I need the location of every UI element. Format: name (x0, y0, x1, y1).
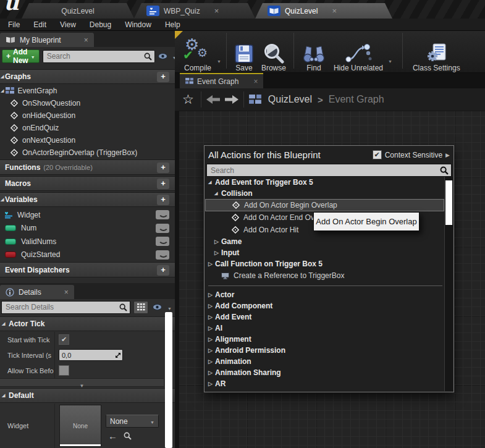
action-list-item[interactable]: Add On Actor Begin Overlap (205, 199, 444, 211)
action-list-item[interactable]: AI (205, 323, 444, 334)
forward-arrow-icon[interactable] (224, 95, 239, 104)
bookmark-star-icon[interactable]: ☆ (182, 92, 194, 107)
tree-item-event[interactable]: OnActorBeginOverlap (TriggerBox) (0, 146, 175, 159)
hide-unrelated-chevron-icon[interactable] (388, 38, 392, 66)
action-list-item[interactable]: AR Augmented Reality (205, 389, 444, 391)
graphs-section-header[interactable]: ◢ Graphs (0, 69, 175, 84)
add-macro-button[interactable] (157, 179, 169, 189)
eye-closed-icon[interactable] (156, 224, 169, 233)
add-graph-button[interactable] (157, 72, 169, 82)
tab-event-graph[interactable]: Event Graph × (180, 73, 263, 88)
action-label: Game (221, 237, 242, 246)
menu-item[interactable]: View (53, 19, 83, 30)
variables-section-header[interactable]: ◢ Variables (0, 192, 175, 207)
breadcrumb-root[interactable]: QuizLevel (268, 94, 312, 105)
action-list-item[interactable]: Animation (205, 356, 444, 367)
compile-button[interactable]: ⚙⚙✔ Compile (180, 31, 216, 74)
action-list-item[interactable]: Alignment (205, 334, 444, 345)
context-sensitive-checkbox[interactable] (373, 150, 382, 159)
variable-row[interactable]: ValidNums (0, 235, 175, 248)
close-icon[interactable]: × (64, 288, 69, 297)
action-label: Create a Reference to TriggerBox (234, 271, 344, 280)
window-tab-wbp-quiz[interactable]: WBP_Quiz × (134, 3, 255, 19)
browse-button[interactable]: Browse (258, 31, 290, 74)
tree-item-event[interactable]: onHideQuestion (0, 109, 175, 122)
actions-scrollbar[interactable] (444, 177, 453, 391)
visibility-filter-button[interactable] (158, 52, 167, 61)
action-list-item[interactable]: AR (205, 378, 444, 389)
tree-item-event[interactable]: onEndQuiz (0, 122, 175, 134)
browse-to-asset-icon[interactable] (124, 432, 132, 440)
window-tab-bar: u QuizLevel WBP_Quiz × (0, 0, 485, 19)
variable-row[interactable]: Num (0, 222, 175, 235)
close-tab-icon[interactable]: × (332, 7, 337, 15)
add-event-dispatcher-button[interactable] (157, 265, 169, 276)
action-list-item[interactable]: Animation Sharing (205, 367, 444, 378)
panel-tab-row: My Blueprint × (0, 31, 175, 47)
functions-section-header[interactable]: Functions (20 Overridable) (0, 159, 175, 175)
variable-row[interactable]: QuizStarted (0, 248, 175, 262)
menu-item[interactable]: File (1, 19, 27, 30)
eye-closed-icon[interactable] (156, 210, 169, 219)
add-new-button[interactable]: Add New (2, 49, 40, 63)
details-visibility-button[interactable] (151, 303, 162, 311)
action-list-item[interactable] (205, 282, 444, 289)
close-tab-icon[interactable]: × (214, 7, 219, 15)
add-variable-button[interactable] (157, 195, 169, 205)
action-list-item[interactable]: Add Event (205, 311, 444, 323)
eye-closed-icon[interactable] (156, 237, 169, 246)
blueprint-search-input[interactable] (46, 51, 144, 61)
window-tab-quizlevel-1[interactable]: QuizLevel (22, 3, 134, 19)
window-tab-quizlevel-2[interactable]: QuizLevel × (255, 3, 392, 19)
main-menu-bar: FileEditViewDebugWindowHelp (0, 19, 485, 31)
checkbox[interactable] (59, 365, 69, 376)
default-section-header[interactable]: ◢ Default (0, 388, 175, 403)
action-list-item[interactable]: Input (205, 247, 444, 258)
asset-thumbnail[interactable]: None (59, 405, 101, 447)
back-arrow-icon[interactable] (206, 95, 221, 104)
value-input[interactable] (59, 351, 116, 360)
add-function-button[interactable] (157, 163, 169, 173)
actions-search-input[interactable] (209, 166, 440, 175)
event-dispatchers-section-header[interactable]: Event Dispatchers (0, 262, 175, 277)
breadcrumb-current: Event Graph (329, 94, 384, 105)
menu-item[interactable]: Debug (83, 19, 118, 30)
chevron-down-icon[interactable] (167, 302, 172, 313)
details-search-input[interactable] (4, 302, 119, 312)
tab-my-blueprint[interactable]: My Blueprint × (0, 33, 94, 47)
widget-asset-dropdown[interactable]: None (106, 415, 159, 428)
action-list-item[interactable]: Game (205, 236, 444, 247)
close-icon[interactable]: × (84, 36, 88, 44)
class-settings-button[interactable]: Class Settings (409, 31, 464, 74)
variable-row[interactable]: Widget (0, 208, 175, 222)
tree-item-event[interactable]: onNextQuestion (0, 134, 175, 146)
actor-tick-section-header[interactable]: ◢ Actor Tick (0, 316, 175, 331)
tab-details[interactable]: Details × (0, 285, 74, 299)
menu-item[interactable]: Window (118, 19, 158, 30)
use-selected-arrow-icon[interactable]: ← (108, 431, 117, 441)
action-list-item[interactable]: Create a Reference to TriggerBox (205, 269, 444, 282)
menu-item[interactable]: Help (158, 19, 187, 30)
action-list-item[interactable]: Collision (205, 188, 444, 199)
hide-unrelated-button[interactable]: Hide Unrelated (330, 31, 387, 74)
details-scrollbar[interactable] (165, 312, 172, 448)
find-button[interactable]: Find (298, 31, 330, 74)
tree-item-eventgraph[interactable]: ◢ EventGraph (0, 85, 175, 97)
action-list-item[interactable]: Call Function on Trigger Box 5 (205, 258, 444, 269)
property-matrix-button[interactable] (133, 301, 148, 314)
close-icon[interactable]: × (253, 77, 258, 86)
expand-right-icon[interactable]: ▶ (445, 152, 450, 158)
scrollbar-thumb[interactable] (445, 180, 452, 225)
eye-closed-icon[interactable] (156, 250, 169, 260)
tree-item-event[interactable]: OnShowQuestion (0, 97, 175, 109)
macros-section-header[interactable]: Macros (0, 176, 175, 191)
action-list-item[interactable]: Add Component (205, 300, 444, 311)
checkbox[interactable] (59, 334, 69, 345)
save-button[interactable]: Save (230, 31, 258, 74)
compile-options-chevron-icon[interactable] (217, 38, 221, 66)
menu-item[interactable]: Edit (27, 19, 53, 30)
action-list-item[interactable]: Actor (205, 289, 444, 300)
details-splitter[interactable] (0, 378, 164, 387)
action-list-item[interactable]: Add Event for Trigger Box 5 (205, 177, 444, 188)
action-list-item[interactable]: Android Permission (205, 345, 444, 356)
